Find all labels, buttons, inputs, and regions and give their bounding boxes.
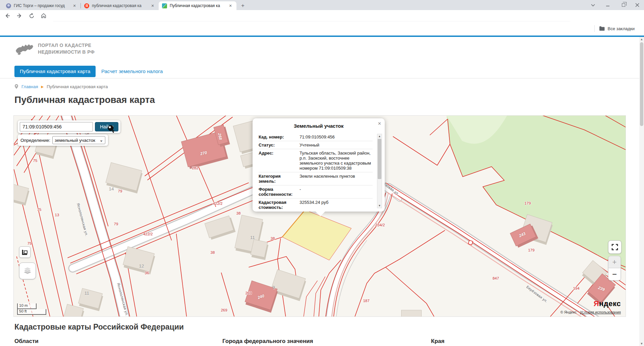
cadastral-map[interactable]: 16752702682821479751379422/238422/275113… (13, 115, 626, 317)
gerb-favicon-icon (6, 3, 11, 8)
definition-select[interactable]: земельный участок ⌄ (52, 136, 105, 144)
parcel-label: 14 (109, 186, 114, 191)
parcel-label: 11 (250, 235, 255, 240)
popup-row: Кадастровая стоимость:325534.24 руб (259, 198, 373, 209)
scroll-thumb[interactable] (378, 139, 381, 179)
popup-row-value: - (298, 187, 373, 197)
breadcrumb: Главная ▶ Публичная кадастровая карта (14, 83, 108, 90)
window-controls (591, 0, 641, 10)
browser-toolbar: ik1map.roscadastres.com/map (0, 10, 644, 21)
forward-icon[interactable] (15, 11, 24, 20)
parcel-label: 38 (211, 250, 215, 254)
browser-tab[interactable]: публичная кадастровая ка✕ (81, 1, 159, 10)
close-window-button[interactable] (635, 3, 641, 7)
parcel-label: 243 (518, 231, 526, 238)
parcel-label: 79 (114, 222, 118, 226)
scale-metric: 10 m (17, 303, 37, 309)
parcel-label: 12 (139, 264, 144, 269)
fullscreen-button[interactable] (608, 240, 622, 254)
breadcrumb-home-link[interactable]: Главная (21, 84, 38, 89)
popup-rows: Кад. номер:71:09:010509:456Статус:Учтенн… (259, 133, 373, 209)
parcel-label: 75 (28, 241, 32, 245)
scale-bar: 10 m 50 ft (17, 303, 46, 315)
street-label: Яснополянская ул. (116, 282, 129, 316)
scale-imperial: 50 ft (17, 309, 46, 315)
parcel-label: 234/2 (375, 223, 385, 227)
page-scrollbar[interactable]: ▲ ▼ (639, 37, 644, 346)
street-label: Берёзовая ул. (526, 285, 548, 303)
parcel-label: 239 (597, 285, 605, 292)
tab-close-icon[interactable]: ✕ (150, 3, 155, 8)
popup-title: Земельный участок (253, 123, 385, 129)
parcel-label: 194 (573, 286, 579, 290)
definition-label: Определение: (20, 138, 50, 143)
parcel-label: 270 (200, 150, 208, 156)
tab-close-icon[interactable]: ✕ (72, 3, 77, 8)
popup-body: Кад. номер:71:09:010509:456Статус:Учтенн… (259, 133, 373, 209)
chrome-menu-chevron-icon[interactable] (591, 4, 597, 6)
russia-map-icon (14, 41, 35, 56)
new-tab-button[interactable]: + (238, 1, 247, 10)
zoom-control: + − (608, 256, 621, 281)
parcel-label: 11 (85, 291, 89, 296)
parcel-label: 13 (55, 213, 59, 217)
copyright-text: © Яндекс (560, 310, 577, 314)
site-logo[interactable]: ПОРТАЛ О КАДАСТРЕ НЕДВИЖИМОСТИ В РФ (14, 41, 95, 56)
all-bookmarks-button[interactable]: Все закладки (594, 21, 635, 36)
footer-column-kraya: Края (431, 338, 444, 345)
scrollbar-thumb[interactable] (640, 42, 643, 126)
tab-public-cadastral-map[interactable]: Публичная кадастровая карта (14, 66, 96, 77)
parcel-label: 9 (272, 285, 275, 290)
ruler-icon (21, 249, 28, 255)
browser-window: ГИС Торги – продажи госуд✕публичная када… (0, 0, 644, 346)
footer-column-oblasti: Области (14, 338, 39, 345)
popup-close-icon[interactable]: ✕ (378, 121, 381, 126)
back-icon[interactable] (3, 11, 12, 20)
folder-icon (599, 26, 605, 31)
layers-button[interactable] (19, 263, 36, 279)
yandex-logo[interactable]: Яндекс (560, 299, 621, 308)
tabs-container: ГИС Торги – продажи госуд✕публичная када… (3, 1, 247, 10)
footer-heading: Кадастровые карты Российской Федерации (14, 323, 184, 332)
measure-tool-button[interactable] (19, 246, 31, 258)
parcel-label: 79 (118, 189, 122, 193)
site-top-border (0, 36, 644, 37)
popup-row: Кад. номер:71:09:010509:456 (259, 133, 373, 141)
parcel-label: 38 (236, 211, 241, 215)
map-favicon-icon (162, 3, 167, 8)
scrollbar-down-icon[interactable]: ▼ (639, 341, 644, 346)
parcel-label: 179 (528, 248, 534, 252)
tab-title: ГИС Торги – продажи госуд (14, 3, 69, 8)
scrollbar-up-icon[interactable]: ▲ (639, 37, 644, 42)
map-attribution: Яндекс © Яндекс Условия использования (560, 299, 621, 314)
browser-tab[interactable]: ГИС Торги – продажи госуд✕ (3, 1, 80, 10)
popup-row-value: Земли населенных пунктов (298, 174, 373, 184)
popup-row-label: Кад. номер: (259, 134, 298, 139)
location-pin-icon (14, 84, 18, 89)
restore-button[interactable] (621, 3, 627, 8)
scroll-up-icon[interactable]: ▲ (377, 134, 382, 138)
scroll-down-icon[interactable]: ▼ (377, 204, 382, 208)
browser-tab[interactable]: Публичная кадастровая ка✕ (159, 1, 236, 10)
popup-row-label: Категория земель: (259, 174, 298, 184)
parcel-label: 268 (217, 133, 223, 140)
zoom-in-button[interactable]: + (608, 256, 621, 268)
popup-row-label: Форма собственности: (259, 187, 298, 197)
terms-link[interactable]: Условия использования (580, 310, 621, 314)
popup-row-value: Учтенный (298, 142, 373, 148)
breadcrumb-current: Публичная кадастровая карта (47, 84, 108, 89)
home-icon[interactable] (39, 11, 48, 20)
tab-close-icon[interactable]: ✕ (228, 3, 233, 8)
map-search-panel: Найти (18, 120, 120, 133)
zoom-out-button[interactable]: − (608, 268, 621, 280)
popup-row: Статус:Учтенный (259, 141, 373, 149)
minimize-button[interactable] (606, 3, 612, 7)
popup-row-label: Статус: (259, 142, 298, 148)
popup-scrollbar[interactable]: ▲ ▼ (377, 134, 382, 208)
cadastral-number-input[interactable] (20, 122, 93, 131)
tab-land-tax-calc[interactable]: Расчет земельного налога (101, 66, 163, 77)
parcel-label: 179 (524, 201, 531, 205)
all-bookmarks-label: Все закладки (608, 26, 635, 31)
reload-icon[interactable] (27, 11, 36, 20)
parcel-label: 422/2 (213, 201, 223, 206)
